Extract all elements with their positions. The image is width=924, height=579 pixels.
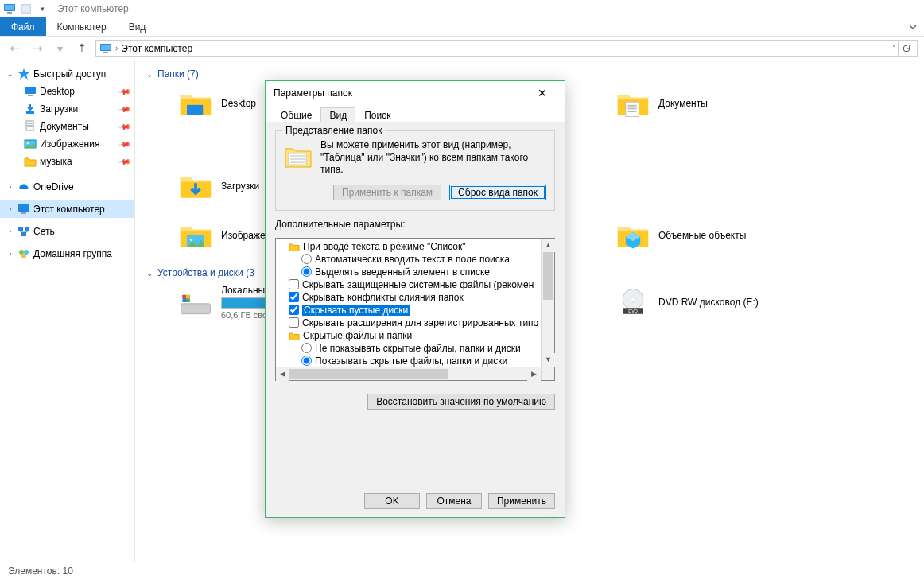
svg-rect-14 [27,126,33,127]
item-label: Desktop [221,98,256,109]
nav-up-button[interactable]: 🠑 [73,40,91,57]
sidebar-item-label: Документы [40,121,89,132]
breadcrumb-this-pc[interactable]: Этот компьютер [121,43,192,54]
adv-radio-dont-show-hidden[interactable]: Не показывать скрытые файлы, папки и дис… [278,342,554,355]
adv-radio-auto-type-search[interactable]: Автоматически вводить текст в поле поиск… [278,253,554,266]
item-label: DVD RW дисковод (E:) [658,297,759,308]
sidebar-item-label: Этот компьютер [33,204,105,215]
breadcrumb[interactable]: › Этот компьютер ˅ [95,40,918,57]
this-pc-icon [17,203,30,216]
svg-rect-8 [25,87,36,94]
scroll-up-icon[interactable]: ▲ [542,239,555,252]
sidebar-item-pictures[interactable]: Изображения 📌 [0,135,134,153]
chevron-right-icon[interactable]: › [6,227,14,235]
nav-back-button[interactable]: 🠐 [6,40,24,57]
svg-rect-32 [181,304,211,314]
drive-item-dvd[interactable]: DVD DVD RW дисковод (E:) [615,285,775,320]
statusbar: Элементов: 10 [0,562,924,579]
folder-icon [24,155,37,168]
cancel-button[interactable]: Отмена [426,493,482,509]
nav-history-button[interactable]: ▾ [51,40,68,57]
checkbox-input[interactable] [289,292,299,302]
downloads-folder-icon [178,169,213,204]
refresh-button[interactable] [898,41,914,56]
nav-forward-button[interactable]: 🠒 [29,40,46,57]
group-header-folders[interactable]: ⌄ Папки (7) [146,68,913,80]
groupbox-legend: Представление папок [282,125,385,136]
status-item-count: Элементов: 10 [8,565,73,577]
adv-radio-select-typed-item[interactable]: Выделять введенный элемент в списке [278,266,554,278]
3d-objects-folder-icon [615,218,650,253]
sidebar-item-desktop[interactable]: Desktop 📌 [0,83,134,100]
item-label: Объемные объекты [658,230,746,241]
sidebar-item-label: Desktop [40,86,75,97]
chevron-right-icon[interactable]: › [6,250,14,258]
svg-rect-17 [18,204,29,212]
adv-radio-show-hidden[interactable]: Показывать скрытые файлы, папки и диски [278,355,554,367]
chevron-right-icon[interactable]: › [6,183,14,191]
adv-check-hide-empty-drives[interactable]: Скрывать пустые диски [278,304,554,317]
dialog-tab-search[interactable]: Поиск [355,107,399,122]
svg-marker-7 [18,68,29,80]
svg-point-23 [24,250,29,255]
dialog-tab-general[interactable]: Общие [272,107,320,122]
sidebar-item-onedrive[interactable]: › OneDrive [0,178,134,196]
chevron-down-icon[interactable]: ⌄ [146,269,153,278]
qat-customize-icon[interactable]: ▾ [35,2,49,16]
drive-icon [178,285,213,320]
ribbon-tab-view[interactable]: Вид [118,17,157,36]
radio-input[interactable] [301,266,312,277]
sidebar-item-label: Быстрый доступ [33,68,106,80]
chevron-down-icon[interactable]: ⌄ [146,70,153,79]
advanced-settings-tree[interactable]: При вводе текста в режиме "Список" Автом… [275,238,555,381]
pin-icon: 📌 [118,103,131,115]
checkbox-input[interactable] [289,317,299,328]
radio-input[interactable] [301,343,312,353]
ok-button[interactable]: OK [364,493,420,509]
sidebar-item-this-pc[interactable]: › Этот компьютер [0,200,134,218]
scroll-left-icon[interactable]: ◀ [276,367,289,381]
ribbon-tab-computer[interactable]: Компьютер [46,17,118,36]
ribbon-expand-icon[interactable] [902,17,924,36]
checkbox-input[interactable] [289,305,299,315]
apply-button[interactable]: Применить [488,493,555,509]
adv-check-hide-extensions[interactable]: Скрывать расширения для зарегистрированн… [278,317,554,329]
chevron-right-icon[interactable]: › [6,205,14,213]
dialog-tab-view[interactable]: Вид [320,107,355,122]
scrollbar-vertical[interactable]: ▲ ▼ [541,239,554,367]
radio-input[interactable] [301,356,312,366]
chevron-right-icon[interactable]: › [115,44,118,52]
folder-item-documents[interactable]: Документы [615,86,775,121]
svg-rect-9 [28,95,33,96]
reset-folders-button[interactable]: Сброс вида папок [449,185,546,200]
dialog-close-button[interactable]: ✕ [528,84,557,102]
scroll-thumb[interactable] [289,369,448,379]
sidebar-item-documents[interactable]: Документы 📌 [0,118,134,135]
sidebar-item-homegroup[interactable]: › Домашняя группа [0,245,134,262]
svg-rect-21 [21,232,26,236]
desktop-folder-icon [178,86,213,121]
ribbon-tab-file[interactable]: Файл [0,17,46,36]
scrollbar-horizontal[interactable]: ◀ ▶ [276,367,541,380]
sidebar-item-network[interactable]: › Сеть [0,223,134,240]
restore-defaults-button[interactable]: Восстановить значения по умолчанию [367,394,555,410]
sidebar-item-music[interactable]: музыка 📌 [0,153,134,170]
checkbox-input[interactable] [289,279,299,290]
dialog-tabs: Общие Вид Поиск [266,105,565,122]
adv-check-hide-merge-conflicts[interactable]: Скрывать конфликты слияния папок [278,291,554,304]
sidebar-item-downloads[interactable]: Загрузки 📌 [0,100,134,118]
breadcrumb-dropdown-icon[interactable]: ˅ [892,45,896,52]
network-icon [17,225,30,238]
scroll-thumb[interactable] [543,252,553,300]
scroll-right-icon[interactable]: ▶ [527,367,541,381]
adv-check-hide-protected-os[interactable]: Скрывать защищенные системные файлы (рек… [278,278,554,291]
radio-input[interactable] [301,254,312,264]
chevron-down-icon[interactable]: ⌄ [6,70,14,78]
sidebar-item-quick-access[interactable]: ⌄ Быстрый доступ [0,65,134,83]
svg-rect-3 [22,4,31,13]
svg-rect-19 [18,227,23,231]
svg-rect-28 [628,108,637,110]
qat-properties-icon[interactable] [19,2,33,16]
scroll-down-icon[interactable]: ▼ [542,353,555,367]
folder-item-3dobjects[interactable]: Объемные объекты [615,218,775,253]
